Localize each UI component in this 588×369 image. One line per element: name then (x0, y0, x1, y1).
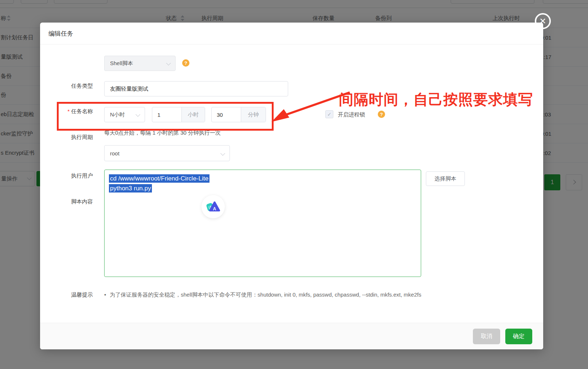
edit-task-modal: 编辑任务 任务类型 Shell脚本 ? *任务名称 友圈轻量版测试 执行周期 N… (40, 23, 543, 349)
modal-footer (40, 323, 543, 349)
exec-user-select[interactable]: root (104, 145, 230, 161)
script-textarea[interactable]: cd /www/wwwroot/Friend-Circle-Lite pytho… (104, 170, 421, 277)
script-label: 脚本内容 (53, 198, 93, 205)
bullet: • (104, 291, 106, 298)
select-script-button[interactable]: 选择脚本 (426, 171, 465, 186)
modal-header: 编辑任务 (40, 23, 543, 44)
tips-text: 为了保证服务器的安全稳定，shell脚本中以下命令不可使用：shutdown, … (110, 291, 421, 298)
cancel-button[interactable]: 取消 (473, 329, 500, 344)
exec-user-value: root (110, 150, 119, 156)
process-lock-help-icon[interactable]: ? (378, 111, 385, 118)
annotation-text: 间隔时间，自己按照要求填写 (339, 90, 533, 110)
task-name-value: 友圈轻量版测试 (110, 86, 148, 92)
exec-user-label: 执行用户 (53, 172, 93, 179)
task-type-label: 任务类型 (53, 83, 93, 90)
script-line: python3 run.py (109, 183, 416, 193)
chevron-down-icon (166, 61, 171, 66)
tips-label: 温馨提示 (53, 291, 93, 298)
screen: 称 状态 执行周期 保存数量 备份到 上次执行时 割计划任务日02:00:01量… (0, 0, 588, 369)
tips-text-row: •为了保证服务器的安全稳定，shell脚本中以下命令不可使用：shutdown,… (104, 291, 421, 298)
translate-plugin-button[interactable]: 译 A (201, 195, 225, 218)
cycle-label: 执行周期 (53, 134, 93, 141)
script-line: cd /www/wwwroot/Friend-Circle-Lite (109, 174, 416, 183)
svg-text:A: A (213, 206, 216, 211)
chevron-down-icon (220, 151, 225, 156)
close-icon[interactable]: ✕ (535, 13, 551, 29)
task-type-value: Shell脚本 (110, 60, 133, 67)
confirm-button[interactable]: 确定 (505, 329, 532, 344)
task-type-select[interactable]: Shell脚本 (104, 56, 176, 71)
translate-logo-icon: 译 A (206, 201, 220, 213)
task-type-help-icon[interactable]: ? (182, 59, 189, 67)
task-name-input[interactable]: 友圈轻量版测试 (104, 81, 288, 96)
modal-title: 编辑任务 (48, 29, 73, 38)
annotation-highlight-box (57, 102, 274, 131)
